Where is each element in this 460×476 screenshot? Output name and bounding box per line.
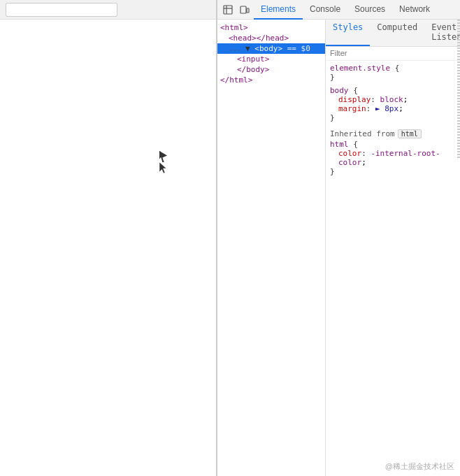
- watermark: @稀土掘金技术社区: [385, 461, 454, 472]
- head-line[interactable]: <head></head>: [217, 33, 325, 43]
- styles-panel: Styles Computed Event Listeners element.…: [326, 20, 460, 476]
- body-selector: body {: [330, 86, 456, 95]
- filter-input[interactable]: [330, 49, 456, 57]
- body-close-line[interactable]: </body>: [217, 64, 325, 75]
- tab-elements[interactable]: Elements: [254, 0, 303, 20]
- devtools-tabs: Elements Console Sources Network: [254, 0, 457, 20]
- svg-rect-0: [224, 6, 232, 14]
- page-content: [0, 20, 216, 476]
- html-rule-close: }: [330, 167, 456, 176]
- body-rule-close: }: [330, 113, 456, 122]
- inherited-badge: html: [398, 129, 422, 138]
- element-style-rule: element.style { }: [330, 64, 456, 82]
- color-prop: color: -internal-root-color;: [330, 149, 456, 167]
- display-prop: display: block;: [330, 95, 456, 104]
- subtab-event-listeners[interactable]: Event Listeners: [424, 20, 460, 46]
- styles-subtabs: Styles Computed Event Listeners: [326, 20, 460, 47]
- subtab-computed[interactable]: Computed: [370, 20, 424, 46]
- elements-panel[interactable]: <html> <head></head> ... ▼ <body> == $0 …: [217, 20, 326, 476]
- svg-rect-3: [240, 6, 246, 13]
- browser-page: [0, 0, 217, 476]
- body-rule: body { display: block; margin: ► 8px; }: [330, 86, 456, 122]
- html-close-line[interactable]: </html>: [217, 75, 325, 85]
- inherited-from-label: Inherited from: [330, 129, 395, 138]
- subtab-styles[interactable]: Styles: [326, 20, 370, 46]
- devtools-toolbar: Elements Console Sources Network: [217, 0, 460, 20]
- margin-prop: margin: ► 8px;: [330, 104, 456, 113]
- inherited-from: Inherited from html: [330, 127, 456, 140]
- body-line[interactable]: ... ▼ <body> == $0: [217, 43, 325, 54]
- inspect-icon[interactable]: [220, 2, 236, 17]
- tab-network[interactable]: Network: [392, 0, 437, 20]
- element-style-selector: element.style {: [330, 64, 456, 73]
- tab-sources[interactable]: Sources: [347, 0, 392, 20]
- filter-bar: [326, 47, 460, 61]
- element-style-close: }: [330, 73, 456, 82]
- scrollbar[interactable]: [457, 20, 460, 159]
- address-bar[interactable]: [6, 3, 117, 17]
- devtools-body: <html> <head></head> ... ▼ <body> == $0 …: [217, 20, 460, 476]
- html-selector: html {: [330, 140, 456, 149]
- input-line[interactable]: <input>: [217, 54, 325, 64]
- devtools-panel: Elements Console Sources Network <html> …: [217, 0, 460, 476]
- svg-rect-4: [247, 8, 249, 13]
- html-open-line[interactable]: <html>: [217, 22, 325, 33]
- html-rule: html { color: -internal-root-color; }: [330, 140, 456, 176]
- tab-console[interactable]: Console: [303, 0, 347, 20]
- device-toggle-icon[interactable]: [237, 2, 252, 17]
- browser-toolbar: [0, 0, 216, 20]
- styles-content[interactable]: element.style { } body { display: block;: [326, 61, 460, 476]
